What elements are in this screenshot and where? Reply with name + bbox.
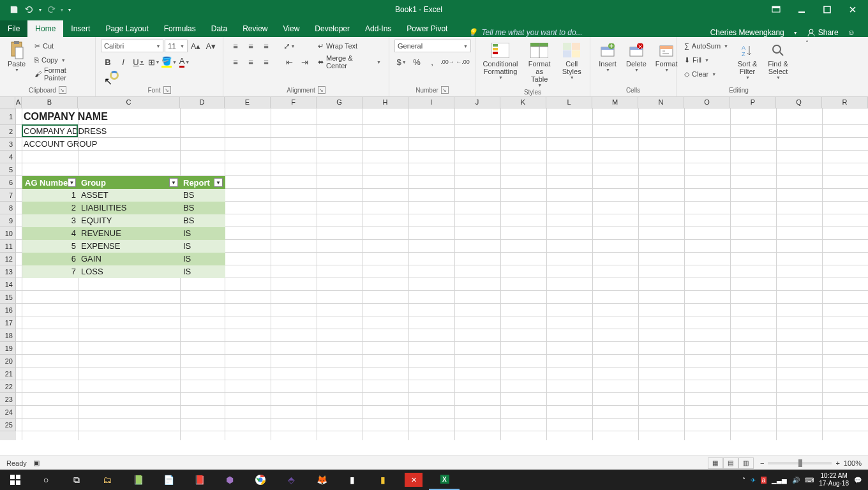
cortana-icon[interactable]: ○ bbox=[31, 470, 61, 490]
fill-color-button[interactable]: 🪣▼ bbox=[162, 56, 176, 68]
taskbar-terminal[interactable]: ▮ bbox=[337, 470, 368, 490]
tray-avira-icon[interactable]: a bbox=[761, 477, 767, 484]
align-center-icon[interactable]: ≡ bbox=[244, 56, 258, 68]
conditional-formatting-button[interactable]: Conditional Formatting▼ bbox=[481, 40, 520, 81]
col-header-c[interactable]: C bbox=[78, 97, 180, 108]
taskbar-chrome[interactable] bbox=[245, 470, 276, 490]
col-header-n[interactable]: N bbox=[638, 97, 684, 108]
tray-keyboard-icon[interactable]: ⌨ bbox=[805, 477, 814, 484]
tab-file[interactable]: File bbox=[0, 20, 27, 37]
number-launcher[interactable]: ↘ bbox=[441, 86, 449, 94]
font-color-button[interactable]: A▼ bbox=[177, 56, 191, 68]
row-header-7[interactable]: 7 bbox=[0, 189, 16, 202]
row-header-18[interactable]: 18 bbox=[0, 329, 16, 342]
clear-button[interactable]: ◇Clear▼ bbox=[682, 68, 731, 80]
fill-button[interactable]: ⬇Fill▼ bbox=[682, 54, 731, 66]
font-name-combo[interactable]: Calibri▼ bbox=[101, 40, 163, 52]
col-header-g[interactable]: G bbox=[317, 97, 363, 108]
borders-button[interactable]: ⊞▼ bbox=[147, 56, 161, 68]
tab-addins[interactable]: Add-Ins bbox=[357, 20, 399, 37]
row-header-23[interactable]: 23 bbox=[0, 393, 16, 406]
comma-icon[interactable]: , bbox=[425, 56, 439, 68]
col-header-j[interactable]: J bbox=[454, 97, 500, 108]
tab-insert[interactable]: Insert bbox=[63, 20, 98, 37]
tab-view[interactable]: View bbox=[276, 20, 308, 37]
tray-network-icon[interactable]: ▁▃▅ bbox=[772, 477, 787, 484]
tab-review[interactable]: Review bbox=[235, 20, 275, 37]
taskbar-visualstudio[interactable]: ⬢ bbox=[214, 470, 245, 490]
col-header-l[interactable]: L bbox=[546, 97, 592, 108]
minimize-icon[interactable] bbox=[789, 1, 814, 19]
taskbar-app-x[interactable]: ✕ bbox=[405, 473, 423, 487]
row-header-19[interactable]: 19 bbox=[0, 342, 16, 355]
align-left-icon[interactable]: ≡ bbox=[228, 56, 243, 68]
row-header-3[interactable]: 3 bbox=[0, 138, 16, 151]
zoom-slider[interactable] bbox=[768, 462, 832, 464]
taskbar-vscode[interactable]: ⬘ bbox=[276, 470, 306, 490]
filter-button-1[interactable]: ▼ bbox=[169, 178, 178, 187]
tray-telegram-icon[interactable]: ✈ bbox=[751, 477, 756, 484]
col-header-e[interactable]: E bbox=[225, 97, 271, 108]
close-icon[interactable] bbox=[840, 1, 865, 19]
increase-font-icon[interactable]: A▴ bbox=[189, 40, 203, 52]
row-header-21[interactable]: 21 bbox=[0, 368, 16, 380]
col-header-r[interactable]: R bbox=[822, 97, 868, 108]
tray-notifications-icon[interactable]: 💬 bbox=[854, 477, 862, 484]
tray-overflow-icon[interactable]: ˄ bbox=[742, 477, 745, 484]
tray-volume-icon[interactable]: 🔊 bbox=[792, 477, 800, 484]
row-header-17[interactable]: 17 bbox=[0, 316, 16, 329]
insert-cells-button[interactable]: Insert▼ bbox=[595, 40, 620, 73]
align-right-icon[interactable]: ≡ bbox=[259, 56, 273, 68]
merge-center-button[interactable]: ⬌Merge & Center▼ bbox=[315, 56, 384, 68]
decrease-font-icon[interactable]: A▾ bbox=[204, 40, 218, 52]
undo-dropdown[interactable]: ▼ bbox=[37, 2, 43, 17]
delete-cells-button[interactable]: Delete▼ bbox=[624, 40, 649, 73]
select-all-corner[interactable] bbox=[0, 97, 15, 108]
row-header-15[interactable]: 15 bbox=[0, 291, 16, 304]
col-header-m[interactable]: M bbox=[592, 97, 638, 108]
autosum-button[interactable]: ∑AutoSum▼ bbox=[682, 40, 731, 52]
taskbar-explorer[interactable]: 🗂 bbox=[92, 470, 123, 490]
col-header-i[interactable]: I bbox=[408, 97, 454, 108]
tray-clock[interactable]: 10:22 AM 17-Aug-18 bbox=[819, 472, 849, 487]
row-header-16[interactable]: 16 bbox=[0, 304, 16, 316]
orientation-icon[interactable]: ⤢▼ bbox=[282, 40, 296, 52]
align-bottom-icon[interactable]: ≡ bbox=[259, 40, 273, 52]
col-header-b[interactable]: B bbox=[22, 97, 78, 108]
taskbar-notepad[interactable]: 📄 bbox=[153, 470, 184, 490]
taskbar-sticky[interactable]: ▮ bbox=[368, 470, 398, 490]
row-header-5[interactable]: 5 bbox=[0, 163, 16, 176]
wrap-text-button[interactable]: ↵Wrap Text bbox=[315, 40, 384, 52]
zoom-out-button[interactable]: − bbox=[760, 459, 764, 467]
align-middle-icon[interactable]: ≡ bbox=[244, 40, 258, 52]
user-name[interactable]: Cheries Mewengkang bbox=[710, 28, 784, 37]
accounting-icon[interactable]: $▼ bbox=[394, 56, 408, 68]
view-normal-button[interactable]: ▦ bbox=[708, 457, 723, 469]
number-format-combo[interactable]: General▼ bbox=[394, 40, 471, 52]
copy-button[interactable]: ⎘Copy▼ bbox=[32, 54, 90, 66]
col-header-a[interactable]: A bbox=[15, 97, 22, 108]
row-header-25[interactable]: 25 bbox=[0, 419, 16, 431]
font-size-combo[interactable]: 11▼ bbox=[165, 40, 188, 52]
col-header-h[interactable]: H bbox=[363, 97, 408, 108]
tab-formulas[interactable]: Formulas bbox=[156, 20, 204, 37]
clipboard-launcher[interactable]: ↘ bbox=[59, 86, 66, 94]
row-header-12[interactable]: 12 bbox=[0, 253, 16, 265]
cell-grid[interactable]: COMPANY NAMECOMPANY ADDRESSACCOUNT GROUP… bbox=[16, 108, 868, 440]
row-header-8[interactable]: 8 bbox=[0, 202, 16, 214]
sort-filter-button[interactable]: AZSort & Filter▼ bbox=[735, 40, 760, 81]
smiley-icon[interactable]: ☺ bbox=[848, 28, 855, 37]
taskbar-notepadpp[interactable]: 📗 bbox=[123, 470, 153, 490]
ribbon-display-icon[interactable] bbox=[763, 1, 789, 19]
row-header-20[interactable]: 20 bbox=[0, 355, 16, 368]
filter-button-0[interactable]: ▼ bbox=[68, 178, 76, 187]
col-header-o[interactable]: O bbox=[684, 97, 730, 108]
col-header-f[interactable]: F bbox=[271, 97, 317, 108]
align-top-icon[interactable]: ≡ bbox=[228, 40, 243, 52]
row-header-22[interactable]: 22 bbox=[0, 380, 16, 393]
increase-decimal-icon[interactable]: .00→ bbox=[440, 56, 454, 68]
row-header-10[interactable]: 10 bbox=[0, 227, 16, 240]
row-header-1[interactable]: 1 bbox=[0, 108, 16, 125]
row-header-11[interactable]: 11 bbox=[0, 240, 16, 253]
row-header-9[interactable]: 9 bbox=[0, 214, 16, 227]
